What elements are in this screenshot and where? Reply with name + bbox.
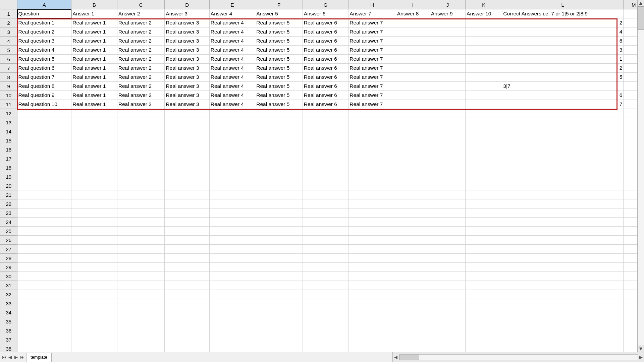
cell-B33[interactable] [71,299,117,308]
cell-I27[interactable] [396,245,430,254]
cell-L27[interactable] [502,245,624,254]
cell-J19[interactable] [430,172,465,181]
cell-J2[interactable] [430,18,465,27]
cell-C9[interactable]: Real answer 2 [117,82,165,91]
cell-G11[interactable]: Real answer 6 [303,100,348,109]
cell-D3[interactable]: Real answer 3 [165,27,209,37]
cell-G16[interactable] [303,145,348,154]
cell-I16[interactable] [396,145,430,154]
cell-G35[interactable] [303,317,348,326]
cell-K34[interactable] [466,308,502,317]
cell-I35[interactable] [396,317,430,326]
cell-F25[interactable] [255,227,303,236]
cell-K11[interactable] [466,100,502,109]
cell-D31[interactable] [165,281,209,290]
cell-G20[interactable] [303,181,348,190]
cell-I9[interactable] [396,82,430,91]
cell-G23[interactable] [303,208,348,218]
cell-J4[interactable] [430,37,465,46]
cell-E11[interactable]: Real answer 4 [209,100,255,109]
cell-E15[interactable] [209,136,255,145]
cell-L17[interactable] [502,154,624,163]
row-header-28[interactable]: 28 [0,254,17,263]
cell-F34[interactable] [255,308,303,317]
vertical-scrollbar[interactable]: ▲ ▼ [637,0,644,352]
cell-B6[interactable]: Real answer 1 [71,55,117,64]
cell-D27[interactable] [165,245,209,254]
cell-E12[interactable] [209,109,255,118]
row-header-32[interactable]: 32 [0,290,17,299]
cell-E24[interactable] [209,218,255,227]
column-header-A[interactable]: A [17,0,71,9]
cell-E20[interactable] [209,181,255,190]
cell-G9[interactable]: Real answer 6 [303,82,348,91]
cell-I23[interactable] [396,208,430,218]
cell-B23[interactable] [71,208,117,218]
cell-E6[interactable]: Real answer 4 [209,55,255,64]
cell-K16[interactable] [466,145,502,154]
cell-A30[interactable] [17,272,71,281]
cell-H4[interactable]: Real answer 7 [348,37,396,46]
cell-D18[interactable] [165,163,209,172]
cell-A1[interactable]: Question [17,9,71,18]
cell-C7[interactable]: Real answer 2 [117,64,165,73]
cell-C1[interactable]: Answer 2 [117,9,165,18]
cell-K36[interactable] [466,326,502,335]
cell-K15[interactable] [466,136,502,145]
cell-J38[interactable] [430,344,465,352]
cell-K23[interactable] [466,208,502,218]
cell-E10[interactable]: Real answer 4 [209,91,255,100]
row-header-11[interactable]: 11 [0,100,17,109]
cell-C35[interactable] [117,317,165,326]
cell-A18[interactable] [17,163,71,172]
cell-K26[interactable] [466,236,502,245]
cell-I6[interactable] [396,55,430,64]
cell-D24[interactable] [165,218,209,227]
cell-K7[interactable] [466,64,502,73]
cell-G3[interactable]: Real answer 6 [303,27,348,37]
cell-B2[interactable]: Real answer 1 [71,18,117,27]
column-header-H[interactable]: H [348,0,396,9]
cell-I8[interactable] [396,73,430,82]
row-header-31[interactable]: 31 [0,281,17,290]
cell-A10[interactable]: Real question 9 [17,91,71,100]
cell-H29[interactable] [348,263,396,272]
cell-G32[interactable] [303,290,348,299]
cell-K9[interactable] [466,82,502,91]
cell-C28[interactable] [117,254,165,263]
cell-J25[interactable] [430,227,465,236]
cell-H23[interactable] [348,208,396,218]
cell-L20[interactable] [502,181,624,190]
cell-F15[interactable] [255,136,303,145]
cell-K19[interactable] [466,172,502,181]
cell-C31[interactable] [117,281,165,290]
cell-E34[interactable] [209,308,255,317]
row-header-1[interactable]: 1 [0,9,17,18]
cell-B30[interactable] [71,272,117,281]
cell-L29[interactable] [502,263,624,272]
row-header-37[interactable]: 37 [0,335,17,344]
cell-G24[interactable] [303,218,348,227]
cell-L32[interactable] [502,290,624,299]
scroll-left-button[interactable]: ◀ [393,354,399,360]
cell-J33[interactable] [430,299,465,308]
cell-C21[interactable] [117,190,165,199]
cell-H12[interactable] [348,109,396,118]
cell-J7[interactable] [430,64,465,73]
cell-B14[interactable] [71,127,117,136]
hscroll-thumb[interactable] [399,355,419,360]
cell-I24[interactable] [396,218,430,227]
cell-A31[interactable] [17,281,71,290]
cell-I19[interactable] [396,172,430,181]
cell-B35[interactable] [71,317,117,326]
cell-A34[interactable] [17,308,71,317]
cell-A36[interactable] [17,326,71,335]
cell-J20[interactable] [430,181,465,190]
column-header-L[interactable]: L [502,0,624,9]
row-header-23[interactable]: 23 [0,208,17,218]
cell-H7[interactable]: Real answer 7 [348,64,396,73]
cell-C11[interactable]: Real answer 2 [117,100,165,109]
cell-F21[interactable] [255,190,303,199]
cell-I26[interactable] [396,236,430,245]
cell-B22[interactable] [71,199,117,208]
